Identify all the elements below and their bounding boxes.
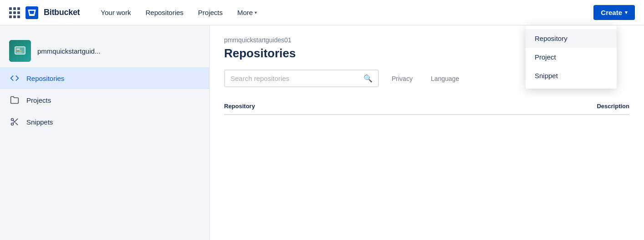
col-repository: Repository	[224, 103, 538, 110]
more-chevron-icon: ▾	[255, 10, 257, 15]
col-description: Description	[538, 103, 629, 110]
workspace-name: pmmquickstartguid...	[37, 47, 100, 55]
nav-more[interactable]: More ▾	[231, 5, 263, 20]
header-nav: Your work Repositories Projects More ▾	[94, 5, 593, 20]
create-chevron-icon: ▾	[625, 10, 628, 15]
dropdown-item-project[interactable]: Project	[526, 48, 617, 66]
header-left: Bitbucket	[9, 6, 80, 19]
header-right: Create ▾	[593, 5, 635, 20]
nav-your-work[interactable]: Your work	[94, 5, 137, 20]
svg-rect-5	[16, 52, 22, 53]
privacy-filter[interactable]: Privacy	[386, 71, 418, 86]
sidebar: pmmquickstartguid... Repositories Projec…	[0, 25, 210, 240]
sidebar-item-snippets[interactable]: Snippets	[0, 111, 209, 133]
svg-line-10	[13, 120, 15, 122]
search-icon: 🔍	[363, 74, 373, 83]
brand-name: Bitbucket	[44, 8, 80, 17]
header: Bitbucket Your work Repositories Project…	[0, 0, 644, 25]
nav-repositories[interactable]: Repositories	[139, 5, 189, 20]
create-dropdown-menu: Repository Project Snippet	[526, 25, 617, 89]
language-filter[interactable]: Language	[425, 71, 465, 86]
svg-rect-2	[16, 49, 20, 50]
dropdown-item-repository[interactable]: Repository	[526, 29, 617, 48]
folder-icon	[9, 95, 20, 105]
code-icon	[9, 73, 20, 84]
create-button[interactable]: Create ▾	[593, 5, 635, 20]
svg-rect-4	[19, 50, 21, 51]
search-box: 🔍	[224, 70, 379, 87]
search-input[interactable]	[230, 75, 360, 82]
svg-rect-3	[16, 50, 19, 51]
workspace-item[interactable]: pmmquickstartguid...	[0, 35, 209, 67]
dropdown-item-snippet[interactable]: Snippet	[526, 66, 617, 85]
table-header: Repository Description	[224, 98, 629, 115]
grid-menu-icon[interactable]	[9, 7, 20, 18]
scissors-icon	[9, 116, 20, 127]
sidebar-item-projects[interactable]: Projects	[0, 89, 209, 111]
bitbucket-logo-icon	[26, 6, 38, 19]
sidebar-item-repositories[interactable]: Repositories	[0, 67, 209, 89]
nav-projects[interactable]: Projects	[192, 5, 229, 20]
svg-line-9	[15, 123, 18, 125]
svg-rect-0	[26, 6, 38, 19]
workspace-avatar	[9, 40, 31, 62]
